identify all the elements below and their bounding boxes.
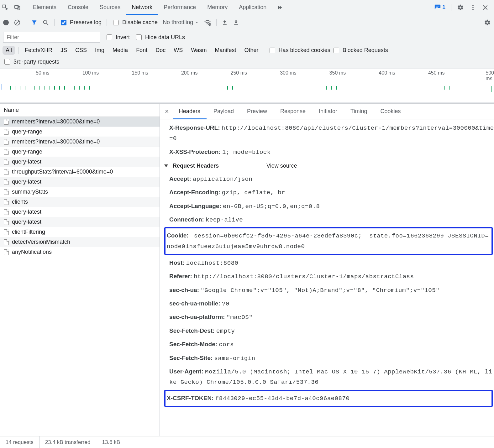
request-row[interactable]: query-range <box>0 127 160 137</box>
request-row[interactable]: query-latest <box>0 217 160 227</box>
close-detail-icon[interactable]: × <box>162 107 172 116</box>
has-blocked-cookies-checkbox-input[interactable] <box>270 48 275 53</box>
panel-tab-elements[interactable]: Elements <box>27 0 62 15</box>
type-filter-img[interactable]: Img <box>92 46 108 55</box>
disable-cache-checkbox[interactable]: Disable cache <box>112 19 158 26</box>
request-name: members?interval=300000&time=0 <box>12 118 100 125</box>
message-count: 1 <box>442 4 445 11</box>
panel-tab-console[interactable]: Console <box>62 0 94 15</box>
collapse-triangle-icon[interactable] <box>164 164 168 167</box>
timeline-tick: 350 ms <box>329 70 346 76</box>
blocked-requests-checkbox-input[interactable] <box>334 48 339 53</box>
separator <box>26 4 26 11</box>
request-header-row: Accept-Encoding: gzip, deflate, br <box>169 186 494 199</box>
throttling-select[interactable]: No throttling <box>163 19 199 26</box>
request-name: members?interval=300000&time=0 <box>12 138 100 145</box>
disable-cache-input[interactable] <box>113 20 119 25</box>
type-filter-font[interactable]: Font <box>133 46 150 55</box>
detail-tab-payload[interactable]: Payload <box>207 104 240 119</box>
filter-input[interactable] <box>3 32 100 43</box>
more-panels-icon[interactable] <box>273 4 288 11</box>
separator <box>54 19 55 26</box>
type-filter-other[interactable]: Other <box>241 46 262 55</box>
device-toolbar-icon[interactable] <box>14 4 24 11</box>
filter-icon[interactable] <box>31 19 37 26</box>
detail-tab-timing[interactable]: Timing <box>344 104 373 119</box>
close-devtools-icon[interactable] <box>482 4 488 11</box>
overview-timeline[interactable]: 50 ms100 ms150 ms200 ms250 ms300 ms350 m… <box>0 69 494 103</box>
request-name: query-latest <box>12 179 41 185</box>
detail-tab-headers[interactable]: Headers <box>173 104 207 119</box>
panel-tab-memory[interactable]: Memory <box>202 0 233 15</box>
detail-tab-initiator[interactable]: Initiator <box>313 104 344 119</box>
has-blocked-cookies-checkbox[interactable]: Has blocked cookies <box>268 47 330 54</box>
request-row[interactable]: members?interval=300000&time=0 <box>0 117 160 127</box>
view-source-link[interactable]: View source <box>266 163 297 169</box>
hide-data-urls-input[interactable] <box>136 34 142 40</box>
request-name: anyNotifications <box>12 249 52 255</box>
svg-rect-2 <box>436 6 439 6</box>
panel-tab-network[interactable]: Network <box>126 0 158 15</box>
console-message-badge[interactable]: 1 <box>434 4 445 11</box>
type-filter-ws[interactable]: WS <box>171 46 186 55</box>
settings-icon[interactable] <box>457 4 464 11</box>
type-filter-doc[interactable]: Doc <box>152 46 169 55</box>
request-header-row: sec-ch-ua-mobile: ?0 <box>169 297 494 310</box>
request-row[interactable]: query-latest <box>0 157 160 167</box>
record-button[interactable] <box>3 20 9 25</box>
request-row[interactable]: anyNotifications <box>0 247 160 257</box>
request-row[interactable]: query-latest <box>0 177 160 187</box>
request-detail-pane: × HeadersPayloadPreviewResponseInitiator… <box>160 104 494 436</box>
preserve-log-checkbox[interactable]: Preserve log <box>60 19 102 26</box>
search-icon[interactable] <box>42 19 49 26</box>
type-filter-manifest[interactable]: Manifest <box>212 46 239 55</box>
devtools-top-bar: ElementsConsoleSourcesNetworkPerformance… <box>0 0 494 15</box>
name-column-header[interactable]: Name <box>0 104 160 117</box>
network-settings-icon[interactable] <box>484 19 491 26</box>
request-headers-section[interactable]: Request HeadersView source <box>164 159 494 172</box>
type-filter-css[interactable]: CSS <box>72 46 90 55</box>
type-filter-media[interactable]: Media <box>109 46 131 55</box>
separator <box>216 19 217 26</box>
invert-input[interactable] <box>107 34 112 40</box>
download-har-icon[interactable] <box>233 19 239 26</box>
kebab-menu-icon[interactable] <box>470 4 476 11</box>
type-filter-wasm[interactable]: Wasm <box>188 46 210 55</box>
request-row[interactable]: summaryStats <box>0 187 160 197</box>
request-header-row: User-Agent: Mozilla/5.0 (Macintosh; Inte… <box>169 365 494 389</box>
request-header-row: Sec-Fetch-Dest: empty <box>169 324 494 338</box>
request-row[interactable]: clients <box>0 197 160 207</box>
invert-checkbox[interactable]: Invert <box>105 34 130 41</box>
third-party-checkbox[interactable]: 3rd-party requests <box>3 58 59 65</box>
request-row[interactable]: members?interval=300000&time=0 <box>0 137 160 147</box>
type-filter-fetchxhr[interactable]: Fetch/XHR <box>22 46 55 55</box>
panel-tab-application[interactable]: Application <box>233 0 272 15</box>
timeline-tick: 150 ms <box>132 70 148 76</box>
request-name: query-latest <box>12 209 41 215</box>
request-row[interactable]: detectVersionMismatch <box>0 237 160 247</box>
panel-tab-sources[interactable]: Sources <box>94 0 126 15</box>
request-header-row: Sec-Fetch-Site: same-origin <box>169 352 494 365</box>
request-row[interactable]: query-latest <box>0 207 160 217</box>
request-row[interactable]: clientFiltering <box>0 227 160 237</box>
hide-data-urls-checkbox[interactable]: Hide data URLs <box>135 34 185 41</box>
request-row[interactable]: throughputStats?interval=60000&time=0 <box>0 167 160 177</box>
panel-tab-performance[interactable]: Performance <box>158 0 202 15</box>
type-filter-all[interactable]: All <box>3 46 15 55</box>
network-conditions-icon[interactable] <box>204 19 211 26</box>
third-party-input[interactable] <box>4 59 10 65</box>
detail-tab-preview[interactable]: Preview <box>241 104 273 119</box>
preserve-log-input[interactable] <box>61 20 66 25</box>
timeline-tick: 300 ms <box>280 70 296 76</box>
file-icon <box>4 249 9 255</box>
request-row[interactable]: query-range <box>0 147 160 157</box>
inspect-element-icon[interactable] <box>2 4 13 11</box>
hide-data-urls-label: Hide data URLs <box>145 34 185 41</box>
clear-icon[interactable] <box>14 19 21 26</box>
blocked-requests-checkbox[interactable]: Blocked Requests <box>332 47 388 54</box>
detail-tab-response[interactable]: Response <box>274 104 312 119</box>
file-icon <box>4 179 9 185</box>
detail-tab-cookies[interactable]: Cookies <box>374 104 407 119</box>
upload-har-icon[interactable] <box>222 19 228 26</box>
type-filter-js[interactable]: JS <box>57 46 70 55</box>
